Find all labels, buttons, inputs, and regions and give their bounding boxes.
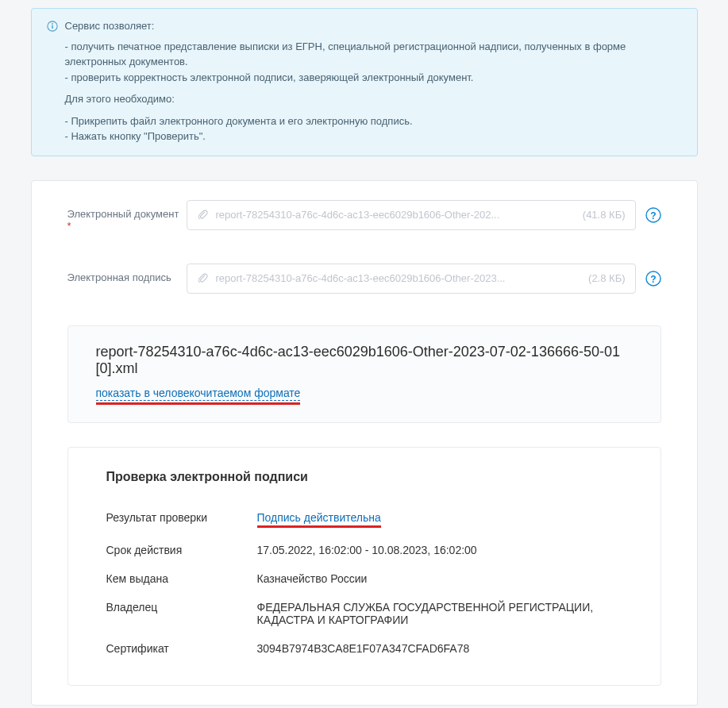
file-size: (2.8 КБ) <box>588 272 625 284</box>
file-input-signature[interactable]: report-78254310-a76c-4d6c-ac13-eec6029b1… <box>187 264 636 294</box>
field-document: Электронный документ * report-78254310-a… <box>67 200 661 232</box>
sig-validity-value: 17.05.2022, 16:02:00 - 10.08.2023, 16:02… <box>257 544 622 556</box>
file-input-document[interactable]: report-78254310-a76c-4d6c-ac13-eec6029b1… <box>187 200 636 230</box>
label-text: Электронный документ <box>67 208 179 220</box>
field-label-document: Электронный документ * <box>67 200 187 232</box>
sig-cert-value: 3094B7974B3CA8E1F07A347CFAD6FA78 <box>257 642 622 655</box>
signature-verification-card: Проверка электронной подписи Результат п… <box>67 447 661 686</box>
info-step: - Прикрепить файл электронного документа… <box>65 114 683 129</box>
svg-point-1 <box>52 23 53 25</box>
upload-card: Электронный документ * report-78254310-a… <box>31 180 698 706</box>
file-size: (41.8 КБ) <box>583 209 626 221</box>
human-readable-link[interactable]: показать в человекочитаемом формате <box>96 387 301 401</box>
signature-row-cert: Сертификат 3094B7974B3CA8E1F07A347CFAD6F… <box>106 634 622 663</box>
info-need: Для этого необходимо: <box>65 91 683 107</box>
info-icon <box>46 20 59 33</box>
sig-result-label: Результат проверки <box>106 511 257 524</box>
paperclip-icon <box>197 272 210 285</box>
sig-result-value: Подпись действительна <box>257 511 381 524</box>
result-card: report-78254310-a76c-4d6c-ac13-eec6029b1… <box>67 325 661 423</box>
help-icon[interactable]: ? <box>645 207 661 223</box>
label-text: Электронная подпись <box>67 271 171 283</box>
svg-text:?: ? <box>650 210 656 221</box>
sig-owner-value: ФЕДЕРАЛЬНАЯ СЛУЖБА ГОСУДАРСТВЕННОЙ РЕГИС… <box>257 601 622 626</box>
sig-issuer-label: Кем выдана <box>106 572 257 585</box>
signature-row-validity: Срок действия 17.05.2022, 16:02:00 - 10.… <box>106 536 622 564</box>
help-icon[interactable]: ? <box>645 271 661 287</box>
info-panel: Сервис позволяет: - получить печатное пр… <box>31 8 698 156</box>
info-title: Сервис позволяет: <box>65 18 155 34</box>
file-name: report-78254310-a76c-4d6c-ac13-eec6029b1… <box>216 209 576 221</box>
svg-rect-2 <box>52 25 52 28</box>
sig-issuer-value: Казначейство России <box>257 572 622 585</box>
svg-text:?: ? <box>650 273 656 284</box>
file-name: report-78254310-a76c-4d6c-ac13-eec6029b1… <box>216 272 583 284</box>
signature-row-result: Результат проверки Подпись действительна <box>106 503 622 536</box>
field-signature: Электронная подпись report-78254310-a76c… <box>67 264 661 294</box>
info-step: - Нажать кнопку "Проверить". <box>65 129 683 144</box>
sig-cert-label: Сертификат <box>106 642 257 655</box>
paperclip-icon <box>197 209 210 221</box>
info-bullet: - проверить корректность электронной под… <box>65 70 683 86</box>
sig-validity-label: Срок действия <box>106 544 257 556</box>
field-label-signature: Электронная подпись <box>67 264 187 283</box>
required-star: * <box>67 220 71 232</box>
signature-title: Проверка электронной подписи <box>106 470 622 484</box>
signature-row-issuer: Кем выдана Казначейство России <box>106 564 622 593</box>
result-filename: report-78254310-a76c-4d6c-ac13-eec6029b1… <box>96 344 633 377</box>
info-bullet: - получить печатное представление выписк… <box>65 39 683 70</box>
signature-row-owner: Владелец ФЕДЕРАЛЬНАЯ СЛУЖБА ГОСУДАРСТВЕН… <box>106 593 622 634</box>
sig-owner-label: Владелец <box>106 601 257 614</box>
